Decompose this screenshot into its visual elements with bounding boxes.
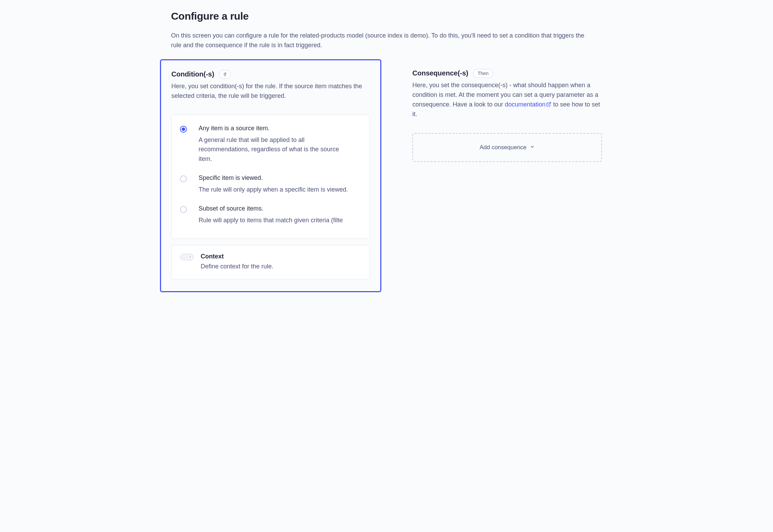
consequence-then-pill: Then: [473, 69, 493, 78]
context-card: ✕ Context Define context for the rule.: [171, 245, 370, 279]
option-title: Subset of source items.: [199, 205, 361, 212]
consequence-title: Consequence(-s): [412, 69, 468, 77]
page-description: On this screen you can configure a rule …: [171, 31, 592, 50]
page-title: Configure a rule: [171, 10, 602, 22]
radio-icon[interactable]: [180, 126, 187, 133]
radio-icon[interactable]: [180, 206, 187, 213]
option-title: Any item is a source item.: [199, 125, 361, 132]
condition-options-card: Any item is a source item. A general rul…: [171, 115, 370, 239]
add-consequence-button[interactable]: Add consequence: [412, 133, 602, 162]
context-title: Context: [201, 253, 361, 260]
option-desc: The rule will only apply when a specific…: [199, 185, 350, 195]
add-consequence-label: Add consequence: [480, 144, 526, 151]
option-desc: A general rule that will be applied to a…: [199, 135, 350, 164]
option-title: Specific item is viewed.: [199, 174, 361, 182]
condition-if-pill: If: [219, 70, 231, 79]
condition-option-subset[interactable]: Subset of source items. Rule will apply …: [180, 205, 361, 236]
chevron-down-icon: [530, 144, 535, 151]
condition-option-specific[interactable]: Specific item is viewed. The rule will o…: [180, 174, 361, 205]
option-desc: Rule will apply to items that match give…: [199, 216, 350, 225]
condition-option-any[interactable]: Any item is a source item. A general rul…: [180, 125, 361, 175]
svg-line-0: [549, 102, 551, 104]
external-link-icon: [546, 100, 551, 110]
consequence-description: Here, you set the consequence(-s) - what…: [412, 81, 602, 120]
radio-icon[interactable]: [180, 175, 187, 182]
condition-panel: Condition(-s) If Here, you set condition…: [160, 59, 381, 292]
condition-title: Condition(-s): [171, 70, 214, 78]
context-toggle[interactable]: ✕: [180, 254, 194, 260]
close-icon: ✕: [188, 255, 193, 259]
context-desc: Define context for the rule.: [201, 263, 361, 270]
documentation-link[interactable]: documentation: [505, 101, 551, 108]
condition-description: Here, you set condition(-s) for the rule…: [171, 82, 370, 101]
